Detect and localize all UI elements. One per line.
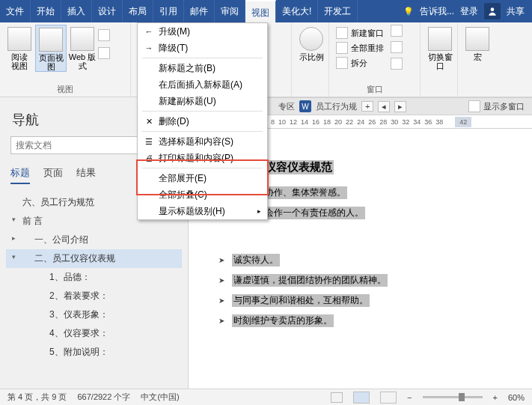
multi-window-icon[interactable]: [468, 100, 480, 112]
macro-button[interactable]: 宏: [462, 25, 493, 61]
next-tab-button[interactable]: ▸: [394, 101, 406, 112]
tree-item[interactable]: 1、品德：: [6, 268, 182, 287]
web-layout-view-button[interactable]: [380, 392, 397, 404]
tree-item[interactable]: 4、仪容要求：: [6, 324, 182, 343]
menu-new-after[interactable]: 在后面插入新标题(A): [138, 76, 267, 93]
tab-design[interactable]: 设计: [92, 0, 123, 22]
tab-developer[interactable]: 开发工: [318, 0, 358, 22]
print-layout-view-button[interactable]: [353, 392, 370, 404]
zoom-slider[interactable]: [423, 396, 483, 398]
ribbon-tabs: 文件 开始 插入 设计 布局 引用 邮件 审阅 视图 美化大! 开发工 告诉我.…: [0, 0, 532, 22]
tab-view[interactable]: 视图: [245, 0, 276, 22]
svg-point-0: [491, 7, 495, 11]
side-by-side-icon[interactable]: [391, 25, 403, 37]
reading-view-button[interactable]: 阅读 视图: [4, 25, 35, 72]
print-layout-icon: [39, 28, 63, 52]
tell-me-label[interactable]: 告诉我...: [420, 5, 454, 18]
nav-tab-pages[interactable]: 页面: [43, 166, 63, 184]
word-icon: W: [299, 100, 311, 112]
nav-tab-results[interactable]: 结果: [76, 166, 96, 184]
reset-position-icon[interactable]: [391, 58, 403, 70]
context-menu: ←升级(M) →降级(T) 新标题之前(B) 在后面插入新标题(A) 新建副标题…: [137, 22, 268, 220]
select-icon: ☰: [142, 137, 156, 147]
zoom-thumb[interactable]: [459, 393, 465, 401]
macro-icon: [465, 27, 489, 51]
menu-promote[interactable]: ←升级(M): [138, 23, 267, 40]
zoom-in-button[interactable]: +: [493, 393, 498, 402]
print-icon: 🖨: [142, 153, 156, 162]
tree-item[interactable]: 3、仪表形象：: [6, 305, 182, 324]
tab-references[interactable]: 引用: [153, 0, 184, 22]
web-layout-icon: [70, 27, 94, 51]
zoom-value[interactable]: 60%: [508, 393, 525, 402]
add-tab-button[interactable]: +: [361, 101, 373, 112]
read-mode-icon[interactable]: [331, 392, 343, 403]
section-label: 专区: [278, 101, 295, 112]
tree-item[interactable]: 2、着装要求：: [6, 287, 182, 305]
reading-view-icon: [7, 27, 31, 51]
doc-bullet[interactable]: 诚实待人。: [232, 254, 280, 267]
nav-tab-headings[interactable]: 标题: [10, 166, 30, 184]
prev-tab-button[interactable]: ◂: [378, 101, 390, 112]
switch-window-icon: [428, 27, 452, 51]
new-window-button[interactable]: 新建窗口: [333, 26, 416, 40]
tab-review[interactable]: 审阅: [215, 0, 245, 22]
doc-bullet[interactable]: 时刻维护专卖店的形象。: [232, 314, 334, 327]
tree-item-selected[interactable]: 二、员工仪容仪表规: [6, 249, 182, 268]
menu-demote[interactable]: →降级(T): [138, 40, 267, 56]
status-bar: 第 4 页，共 9 页 667/2922 个字 中文(中国) − + 60%: [0, 389, 532, 405]
menu-select-content[interactable]: ☰选择标题和内容(S): [138, 133, 267, 150]
tree-item[interactable]: 5、附加说明：: [6, 343, 182, 362]
split-button[interactable]: 拆分: [333, 56, 416, 70]
tab-home[interactable]: 开始: [31, 0, 61, 22]
tab-mailings[interactable]: 邮件: [184, 0, 215, 22]
multi-window-label[interactable]: 显示多窗口: [483, 101, 525, 112]
menu-new-before[interactable]: 新标题之前(B): [138, 60, 267, 76]
login-button[interactable]: 登录: [460, 5, 478, 18]
menu-expand-all[interactable]: 全部展开(E): [138, 170, 267, 186]
print-layout-button[interactable]: 页面视图: [35, 25, 67, 72]
tab-beautify[interactable]: 美化大!: [276, 0, 318, 22]
menu-delete[interactable]: ✕删除(D): [138, 113, 267, 130]
zoom-out-button[interactable]: −: [407, 393, 412, 402]
draft-icon[interactable]: [98, 47, 110, 59]
status-words[interactable]: 667/2922 个字: [77, 392, 130, 403]
switch-window-button[interactable]: 切换窗口: [424, 25, 456, 70]
menu-show-levels[interactable]: 显示标题级别(H)▸: [138, 203, 267, 219]
doc-bullet[interactable]: 与同事之间和谐相处，互相帮助。: [232, 294, 370, 307]
status-page[interactable]: 第 4 页，共 9 页: [7, 392, 67, 403]
doc-name[interactable]: 员工行为规: [316, 101, 357, 112]
tab-insert[interactable]: 插入: [61, 0, 92, 22]
arrange-all-icon: [336, 42, 348, 54]
group-window-label: 窗口: [329, 84, 420, 95]
zoom-icon: [299, 27, 323, 51]
arrange-all-button[interactable]: 全部重排: [333, 41, 416, 55]
sync-scroll-icon[interactable]: [391, 41, 403, 53]
doc-heading[interactable]: 仪容仪表规范: [263, 160, 334, 174]
menu-new-sub[interactable]: 新建副标题(U): [138, 93, 267, 109]
zoom-button[interactable]: 示比例: [296, 25, 327, 61]
split-icon: [336, 57, 348, 69]
group-views-label: 视图: [0, 84, 130, 95]
doc-bullet[interactable]: 谦虚谨慎，提倡团结协作的团队精神。: [232, 274, 388, 287]
user-icon[interactable]: [484, 3, 501, 19]
new-window-icon: [336, 27, 348, 39]
status-lang[interactable]: 中文(中国): [141, 392, 179, 403]
arrow-right-icon: →: [142, 43, 156, 52]
tell-me-icon[interactable]: [403, 6, 414, 16]
arrow-left-icon: ←: [142, 27, 156, 36]
menu-collapse-all[interactable]: 全部折叠(C): [138, 186, 267, 203]
share-button[interactable]: 共享: [507, 5, 525, 18]
menu-print-content[interactable]: 🖨打印标题和内容(P): [138, 150, 267, 166]
delete-icon: ✕: [142, 117, 156, 127]
web-layout-button[interactable]: Web 版式: [67, 25, 98, 72]
tree-item[interactable]: 一、公司介绍: [6, 231, 182, 249]
outline-icon[interactable]: [98, 29, 110, 41]
tab-file[interactable]: 文件: [0, 0, 31, 22]
tab-layout[interactable]: 布局: [123, 0, 153, 22]
